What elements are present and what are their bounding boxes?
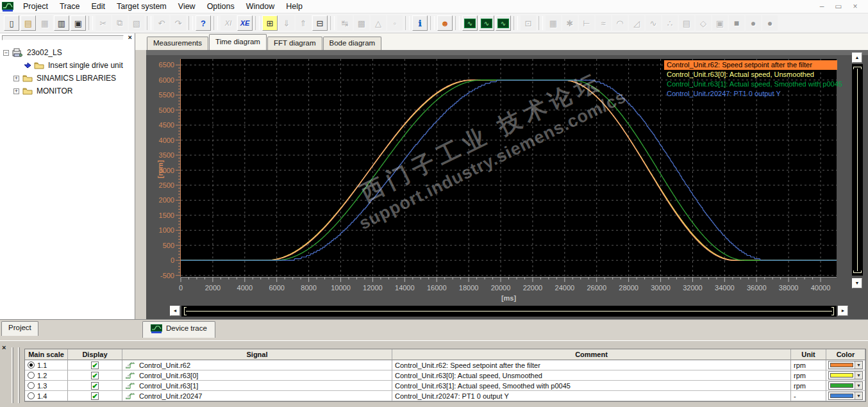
- tab-measurements[interactable]: Measurements: [147, 37, 208, 50]
- dropdown-arrow-icon[interactable]: ▼: [855, 392, 862, 399]
- accessible-nodes-icon: ☻: [440, 19, 449, 28]
- column-header-unit[interactable]: Unit: [791, 349, 826, 360]
- svg-text:6000: 6000: [159, 76, 174, 84]
- tree-item-23o02_LS[interactable]: −23o02_LS: [0, 46, 135, 59]
- display-checkbox[interactable]: ✔: [91, 382, 99, 390]
- hscroll-handle-left[interactable]: [184, 307, 187, 315]
- signal-cell[interactable]: Control_Unit.r63[1]: [122, 381, 392, 391]
- panel-grip[interactable]: [2, 35, 124, 40]
- app-icon: [2, 2, 13, 12]
- toolbar-cancel-internal-button: XI: [221, 15, 236, 31]
- tree-item-monitor[interactable]: +MONITOR: [0, 85, 135, 97]
- toolbar-device-trace-button[interactable]: ∿: [462, 15, 478, 31]
- display-checkbox[interactable]: ✔: [91, 361, 99, 369]
- main-scale-label: 1.4: [37, 392, 47, 400]
- toolbar-diagnostics-info-button[interactable]: ℹ: [412, 15, 428, 31]
- color-combo[interactable]: ▼: [828, 361, 863, 369]
- menu-options[interactable]: Options: [201, 1, 240, 12]
- toolbar-disconnect-target-button[interactable]: ⊟: [312, 15, 328, 31]
- menu-project[interactable]: Project: [17, 1, 54, 12]
- dropdown-arrow-icon[interactable]: ▼: [855, 382, 862, 389]
- torque-limit-icon: ▣: [716, 19, 724, 28]
- close-icon[interactable]: ×: [128, 33, 132, 41]
- chart-vscrollbar[interactable]: [852, 64, 863, 276]
- tab-bode-diagram[interactable]: Bode diagram: [323, 37, 382, 50]
- column-header-display[interactable]: Display: [68, 349, 122, 360]
- toolbar-help-cursor-button[interactable]: ?: [196, 15, 211, 31]
- signal-cell[interactable]: Control_Unit.r20247: [122, 391, 392, 401]
- menu-target-system[interactable]: Target system: [111, 1, 172, 12]
- color-combo[interactable]: ▼: [828, 392, 863, 400]
- collapse-icon[interactable]: −: [3, 50, 9, 56]
- color-combo[interactable]: ▼: [828, 371, 863, 379]
- comment-cell[interactable]: Control_Unit.r20247: PT1 0 output Y: [392, 391, 791, 401]
- chart-hscrollbar[interactable]: [181, 306, 837, 317]
- scroll-up-button[interactable]: ▲: [852, 53, 862, 63]
- main-scale-radio[interactable]: [28, 382, 35, 389]
- tab-fft-diagram[interactable]: FFT diagram: [267, 37, 322, 50]
- legend-item-1[interactable]: Control_Unit.r63[0]: Actual speed, Unsmo…: [664, 70, 845, 79]
- color-cell: ▼: [826, 360, 865, 370]
- close-button[interactable]: ×: [850, 2, 860, 11]
- tab-time-diagram[interactable]: Time diagram: [209, 34, 267, 50]
- main-scale-radio[interactable]: [28, 361, 35, 369]
- comment-cell[interactable]: Control_Unit.r63[0]: Actual speed, Unsmo…: [392, 370, 791, 381]
- scroll-right-button[interactable]: ►: [838, 306, 848, 316]
- close-icon[interactable]: ×: [2, 344, 6, 351]
- legend-item-2[interactable]: Control_Unit.r63[1]: Actual speed, Smoot…: [664, 79, 845, 89]
- tree-item-sinamics-libraries[interactable]: +SINAMICS LIBRARIES: [0, 72, 135, 85]
- legend-item-0[interactable]: Control_Unit.r62: Speed setpoint after t…: [664, 60, 837, 70]
- tree-item-insert-single-drive-unit[interactable]: Insert single drive unit: [0, 59, 135, 72]
- vscroll-handle-bottom[interactable]: [853, 270, 862, 273]
- display-checkbox[interactable]: ✔: [91, 372, 99, 379]
- scroll-left-button[interactable]: ◄: [170, 306, 180, 316]
- column-header-signal[interactable]: Signal: [122, 349, 392, 360]
- toolbar-undo-button: ↶: [154, 15, 169, 31]
- toolbar-save-and-compile-button[interactable]: ▥: [54, 15, 69, 31]
- color-combo[interactable]: ▼: [828, 381, 863, 390]
- toolbar-slope-button: ◿: [629, 15, 644, 31]
- menu-trace[interactable]: Trace: [54, 1, 86, 12]
- toolbar-new-project-button[interactable]: ▯: [4, 15, 19, 31]
- limits-icon: ⊢: [583, 19, 590, 28]
- toolbar-print-button[interactable]: ▣: [71, 15, 86, 31]
- legend-item-3[interactable]: Control_Unit.r20247: PT1 0 output Y: [664, 89, 845, 99]
- comment-cell[interactable]: Control_Unit.r63[1]: Actual speed, Smoot…: [392, 381, 791, 391]
- toolbar-function-generator-button[interactable]: ∿: [479, 15, 494, 31]
- toolbar-open-project-button[interactable]: ▤: [21, 15, 36, 31]
- restore-button[interactable]: ▭: [833, 2, 844, 11]
- menu-window[interactable]: Window: [240, 1, 280, 12]
- column-header-color[interactable]: Color: [826, 349, 865, 360]
- tab-device-trace[interactable]: Device trace: [142, 321, 215, 338]
- main-scale-radio[interactable]: [28, 392, 35, 399]
- toolbar-separator: [405, 16, 410, 30]
- dropdown-arrow-icon[interactable]: ▼: [855, 361, 862, 369]
- tab-project[interactable]: Project: [1, 321, 38, 336]
- unit-cell: -: [791, 391, 826, 401]
- display-checkbox[interactable]: ✔: [91, 392, 99, 400]
- dock-grip[interactable]: [12, 347, 13, 403]
- dock-grip[interactable]: [18, 347, 20, 403]
- dropdown-arrow-icon[interactable]: ▼: [855, 372, 862, 379]
- minimize-button[interactable]: –: [817, 2, 827, 11]
- column-header-comment[interactable]: Comment: [392, 349, 791, 360]
- toolbar-accessible-nodes-button[interactable]: ☻: [437, 15, 453, 31]
- scroll-down-button[interactable]: ▼: [852, 278, 862, 288]
- expand-icon[interactable]: +: [13, 76, 19, 81]
- menu-view[interactable]: View: [172, 1, 201, 12]
- signal-cell[interactable]: Control_Unit.r62: [122, 360, 392, 370]
- svg-text:16000: 16000: [427, 284, 447, 292]
- menu-help[interactable]: Help: [280, 1, 308, 12]
- hscroll-handle-right[interactable]: [831, 307, 834, 315]
- toolbar-cancel-external-button[interactable]: XE: [237, 15, 253, 31]
- toolbar-connect-target-button[interactable]: ⊞: [262, 15, 278, 31]
- column-header-main-scale[interactable]: Main scale: [25, 349, 68, 360]
- expand-icon[interactable]: +: [13, 88, 19, 94]
- signal-cell[interactable]: Control_Unit.r63[0]: [122, 370, 392, 381]
- menu-edit[interactable]: Edit: [85, 1, 111, 12]
- display-cell: ✔: [68, 370, 122, 381]
- vscroll-handle-top[interactable]: [853, 67, 862, 69]
- toolbar-measuring-function-button[interactable]: ∿: [496, 15, 511, 31]
- comment-cell[interactable]: Control_Unit.r62: Speed setpoint after t…: [392, 360, 791, 370]
- main-scale-radio[interactable]: [28, 372, 35, 379]
